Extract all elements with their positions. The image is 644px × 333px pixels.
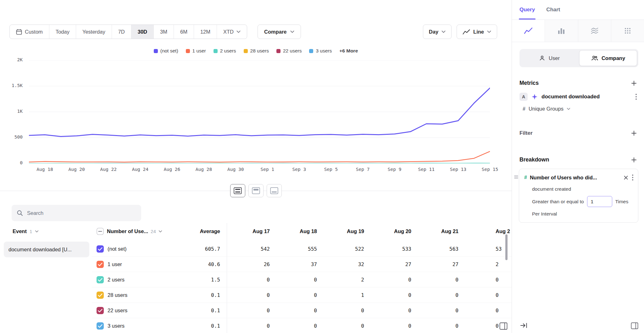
check-icon <box>98 247 103 251</box>
plus-icon <box>631 80 637 86</box>
stacked-chart-icon <box>591 27 599 35</box>
legend-item[interactable]: 2 users <box>214 48 236 54</box>
panel-toggle-button[interactable] <box>631 322 638 329</box>
table-row[interactable]: 2 users1.5002000 <box>92 272 512 287</box>
collapse-panel-button[interactable] <box>520 322 528 329</box>
row-checkbox[interactable] <box>97 276 104 283</box>
row-checkbox[interactable] <box>97 307 104 314</box>
row-checkbox[interactable] <box>97 261 104 268</box>
tab-chart[interactable]: Chart <box>546 0 560 19</box>
table-focus-button[interactable] <box>267 184 282 197</box>
drag-handle-icon[interactable] <box>514 175 518 179</box>
table-row[interactable]: (not set)605.754255552253356353 <box>92 241 512 257</box>
add-filter-button[interactable] <box>631 130 637 136</box>
range-30d[interactable]: 30D <box>131 25 153 39</box>
interval-dropdown[interactable]: Day <box>423 25 452 39</box>
table-row[interactable]: 1 user40.626373227272 <box>92 257 512 272</box>
breakdown-card-title[interactable]: Number of Users who did... <box>530 175 621 181</box>
range-today[interactable]: Today <box>49 25 76 39</box>
compare-button[interactable]: Compare <box>258 25 301 39</box>
expand-table-icon[interactable] <box>499 322 508 330</box>
cell-value: 0 <box>414 272 458 287</box>
search-input[interactable] <box>27 210 136 216</box>
range-6m[interactable]: 6M <box>174 25 194 39</box>
breakdown-condition[interactable]: Greater than or equal to <box>532 199 584 205</box>
legend-swatch <box>186 49 190 53</box>
viz-tab-more-charts[interactable] <box>611 20 644 42</box>
add-metric-button[interactable] <box>631 80 637 86</box>
legend-item[interactable]: 28 users <box>244 48 269 54</box>
range-yesterday[interactable]: Yesterday <box>76 25 112 39</box>
row-checkbox[interactable] <box>97 292 104 299</box>
add-breakdown-button[interactable] <box>631 157 637 163</box>
range-xtd[interactable]: XTD <box>217 25 247 39</box>
metrics-section-header: Metrics <box>512 80 644 86</box>
breakdown-value-input[interactable] <box>587 196 612 207</box>
scope-company[interactable]: Company <box>579 50 637 66</box>
breakdown-menu-icon[interactable] <box>632 174 634 181</box>
range-7d[interactable]: 7D <box>112 25 131 39</box>
range-3m[interactable]: 3M <box>153 25 174 39</box>
x-axis-label: Sep 5 <box>324 167 338 172</box>
number-property-icon: # <box>524 175 527 180</box>
cell-value: 37 <box>273 257 317 272</box>
cell-value: 0 <box>414 303 458 318</box>
check-icon <box>98 263 103 266</box>
metric-menu-icon[interactable] <box>635 93 637 100</box>
remove-breakdown-icon[interactable] <box>624 175 628 180</box>
viz-tab-stacked-chart[interactable] <box>578 20 611 42</box>
chart-focus-button[interactable] <box>248 184 264 197</box>
x-axis-label: Sep 15 <box>482 167 498 172</box>
metric-item[interactable]: A document downloaded # Unique Groups <box>512 86 644 112</box>
breakdown-event[interactable]: document created <box>532 186 634 192</box>
split-view-button[interactable] <box>230 184 245 197</box>
x-axis-label: Aug 30 <box>227 167 244 172</box>
viz-tab-bar-chart[interactable] <box>545 20 578 42</box>
search-icon <box>17 210 23 216</box>
scope-user[interactable]: User <box>521 50 578 66</box>
viz-tab-line-chart[interactable] <box>512 20 545 42</box>
measure-selector[interactable]: # Unique Groups <box>519 101 637 112</box>
table-row[interactable]: 28 users0.1001000 <box>92 287 512 303</box>
cell-value: 0 <box>367 272 411 287</box>
chevron-down-icon <box>441 30 446 33</box>
panel-tabs: Query Chart <box>512 0 644 19</box>
filter-section-header: Filter <box>512 130 644 136</box>
legend-item[interactable]: 22 users <box>276 48 302 54</box>
legend-item[interactable]: 1 user <box>186 48 206 54</box>
cell-value: 0 <box>496 318 499 333</box>
breakdown-per-interval[interactable]: Per Interval <box>532 211 634 217</box>
event-item[interactable]: document downloaded [U... <box>4 242 89 257</box>
event-sparkle-icon <box>531 94 538 100</box>
range-12m[interactable]: 12M <box>194 25 217 39</box>
table-row[interactable]: 22 users0.1000000 <box>92 303 512 318</box>
cell-value: 1 <box>320 287 364 303</box>
results-table: Event 1 document downloaded [U... Number… <box>0 223 512 333</box>
cell-value: 0 <box>496 287 499 303</box>
cell-value: 0 <box>496 303 499 318</box>
chart-toolbar: CustomTodayYesterday7D30D3M6M12MXTD Comp… <box>0 25 512 39</box>
event-column-header[interactable]: Event 1 <box>13 223 39 239</box>
layout-toggle-group <box>0 184 512 197</box>
chart-type-dropdown[interactable]: Line <box>457 25 497 39</box>
cell-value: 0 <box>273 287 317 303</box>
breakdown-unit: Times <box>615 199 629 205</box>
analytics-app: CustomTodayYesterday7D30D3M6M12MXTD Comp… <box>0 0 644 333</box>
tab-query[interactable]: Query <box>519 0 535 19</box>
filter-title: Filter <box>519 130 533 136</box>
event-header-label: Event <box>13 228 27 234</box>
legend-more[interactable]: +6 More <box>339 48 358 54</box>
query-panel: Query Chart User Company <box>512 0 644 333</box>
row-checkbox[interactable] <box>97 245 104 253</box>
breakdown-title: Breakdown <box>519 156 549 163</box>
table-row[interactable]: 3 users0.1000000 <box>92 318 512 333</box>
table-scrollbar[interactable] <box>505 234 508 260</box>
legend-item[interactable]: (not set) <box>154 48 178 54</box>
cell-value: 542 <box>226 241 270 257</box>
series-label: 28 users <box>108 287 127 303</box>
cell-value: 2 <box>320 272 364 287</box>
cell-value: 0 <box>320 303 364 318</box>
legend-item[interactable]: 3 users <box>309 48 332 54</box>
range-custom[interactable]: Custom <box>10 25 49 39</box>
row-checkbox[interactable] <box>97 322 104 330</box>
